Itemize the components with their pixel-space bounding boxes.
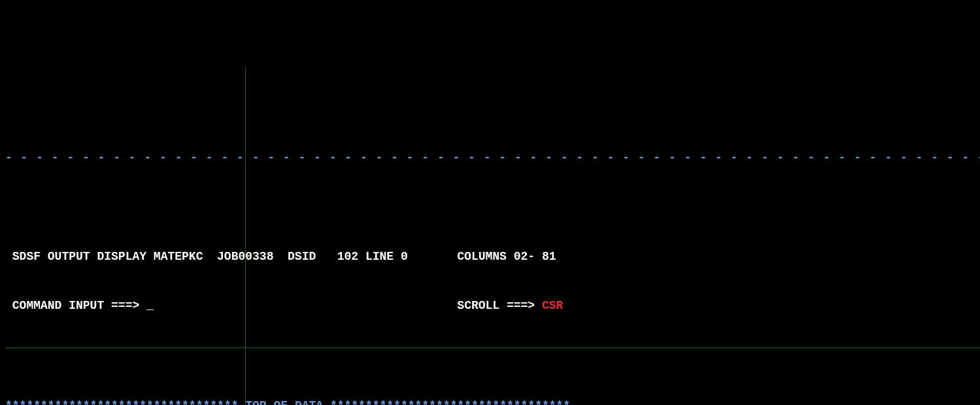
command-input-cursor[interactable]: _: [146, 299, 154, 312]
sdsf-header-line: SDSF OUTPUT DISPLAY MATEPKC JOB00338 DSI…: [5, 249, 980, 265]
top-of-data-marker: ********************************* TOP OF…: [5, 398, 980, 406]
command-input-label: COMMAND INPUT ===>: [5, 299, 146, 312]
command-line: COMMAND INPUT ===> _ SCROLL ===> CSR: [5, 298, 980, 314]
top-dashline: - - - - - - - - - - - - - - - - - - - - …: [5, 150, 980, 166]
scroll-label: SCROLL ===>: [154, 299, 542, 312]
scroll-value[interactable]: CSR: [542, 299, 563, 312]
